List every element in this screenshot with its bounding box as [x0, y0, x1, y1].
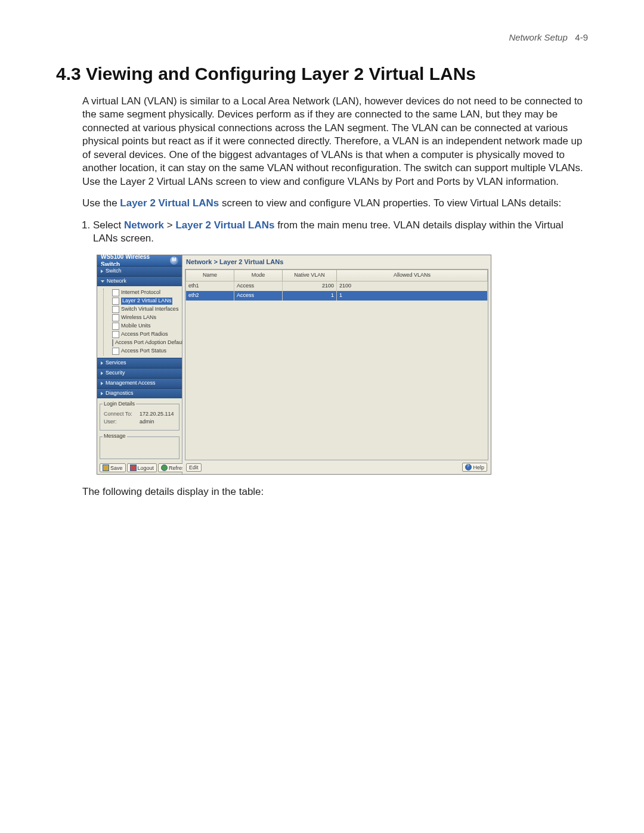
message-box: Message — [100, 433, 179, 459]
table-row[interactable]: eth2 Access 1 1 — [186, 291, 488, 301]
caret-right-icon — [101, 392, 103, 395]
breadcrumb: Network > Layer 2 Virtual LANs — [182, 255, 491, 268]
section-heading: 4.3 Viewing and Configuring Layer 2 Virt… — [56, 64, 588, 84]
sidebar-titlebar: WS5100 Wireless Switch — [97, 255, 182, 266]
node-icon — [112, 289, 119, 296]
message-legend: Message — [103, 433, 127, 440]
tree-item-l2-vlans[interactable]: Layer 2 Virtual LANs — [107, 297, 181, 305]
col-name[interactable]: Name — [186, 270, 234, 281]
usage-paragraph: Use the Layer 2 Virtual LANs screen to v… — [82, 197, 588, 210]
app-screenshot: WS5100 Wireless Switch Switch Network In… — [97, 255, 491, 475]
step-l2-link: Layer 2 Virtual LANs — [175, 219, 274, 231]
nav-section-management[interactable]: Management Access — [97, 378, 182, 388]
nav-section-security[interactable]: Security — [97, 368, 182, 378]
motorola-logo-icon — [170, 256, 178, 265]
tree-item-internet-protocol[interactable]: Internet Protocol — [107, 289, 181, 297]
col-native[interactable]: Native VLAN — [282, 270, 336, 281]
caret-right-icon — [101, 371, 103, 375]
step-network-link: Network — [124, 219, 164, 231]
login-user-label: User: — [104, 419, 137, 426]
node-icon — [112, 298, 119, 305]
node-icon — [112, 306, 119, 313]
nav-section-switch[interactable]: Switch — [97, 266, 182, 276]
save-button[interactable]: Save — [100, 463, 126, 472]
nav-tree: Internet Protocol Layer 2 Virtual LANs S… — [97, 286, 182, 358]
table-row[interactable]: eth1 Access 2100 2100 — [186, 281, 488, 290]
tree-item-ap-radios[interactable]: Access Port Radios — [107, 330, 181, 339]
caret-down-icon — [101, 280, 104, 283]
help-icon — [465, 464, 472, 470]
vlan-table-container: Name Mode Native VLAN Allowed VLANs eth1… — [185, 269, 488, 460]
nav-section-services[interactable]: Services — [97, 358, 182, 368]
sidebar: WS5100 Wireless Switch Switch Network In… — [97, 255, 182, 474]
nav-section-diagnostics[interactable]: Diagnostics — [97, 388, 182, 398]
login-connect-value: 172.20.25.114 — [140, 411, 174, 418]
caret-right-icon — [101, 361, 103, 365]
layer2-link-text: Layer 2 Virtual LANs — [120, 197, 219, 209]
node-icon — [112, 331, 119, 338]
tree-item-wlans[interactable]: Wireless LANs — [107, 314, 181, 322]
col-allowed[interactable]: Allowed VLANs — [336, 270, 487, 281]
table-caption: The following details display in the tab… — [82, 485, 588, 498]
caret-right-icon — [101, 382, 103, 385]
main-bottom-bar: Edit Help — [182, 460, 491, 474]
caret-right-icon — [101, 270, 103, 273]
vlan-table: Name Mode Native VLAN Allowed VLANs eth1… — [185, 270, 488, 301]
running-header-section: Network Setup — [509, 32, 567, 42]
help-button[interactable]: Help — [462, 463, 487, 472]
col-mode[interactable]: Mode — [234, 270, 282, 281]
node-icon — [112, 339, 113, 346]
main-panel: Network > Layer 2 Virtual LANs Name Mode… — [182, 255, 491, 474]
login-user-value: admin — [140, 419, 154, 426]
login-legend: Login Details — [103, 401, 136, 408]
logout-button[interactable]: Logout — [127, 463, 157, 472]
login-connect-label: Connect To: — [104, 411, 137, 418]
tree-item-svi[interactable]: Switch Virtual Interfaces — [107, 305, 181, 314]
node-icon — [112, 323, 119, 330]
login-details-box: Login Details Connect To:172.20.25.114 U… — [100, 401, 179, 431]
running-header-page: 4-9 — [575, 32, 588, 42]
sidebar-button-row: Save Logout Refresh — [97, 462, 182, 474]
table-empty-area — [185, 301, 488, 460]
tree-item-mobile-units[interactable]: Mobile Units — [107, 322, 181, 330]
nav-section-network[interactable]: Network — [97, 276, 182, 286]
running-header: Network Setup 4-9 — [56, 32, 588, 42]
tree-item-ap-status[interactable]: Access Port Status — [107, 347, 181, 355]
edit-button[interactable]: Edit — [186, 463, 202, 472]
node-icon — [112, 314, 119, 321]
save-icon — [103, 465, 109, 471]
logout-icon — [130, 465, 137, 471]
tree-item-ap-adoption[interactable]: Access Port Adoption Defaults — [107, 339, 181, 347]
node-icon — [112, 348, 119, 355]
table-header-row: Name Mode Native VLAN Allowed VLANs — [186, 270, 488, 281]
step-1: Select Network > Layer 2 Virtual LANs fr… — [93, 219, 588, 246]
refresh-icon — [161, 465, 168, 471]
steps-list: Select Network > Layer 2 Virtual LANs fr… — [93, 219, 588, 246]
intro-paragraph: A virtual LAN (VLAN) is similar to a Loc… — [82, 95, 588, 188]
